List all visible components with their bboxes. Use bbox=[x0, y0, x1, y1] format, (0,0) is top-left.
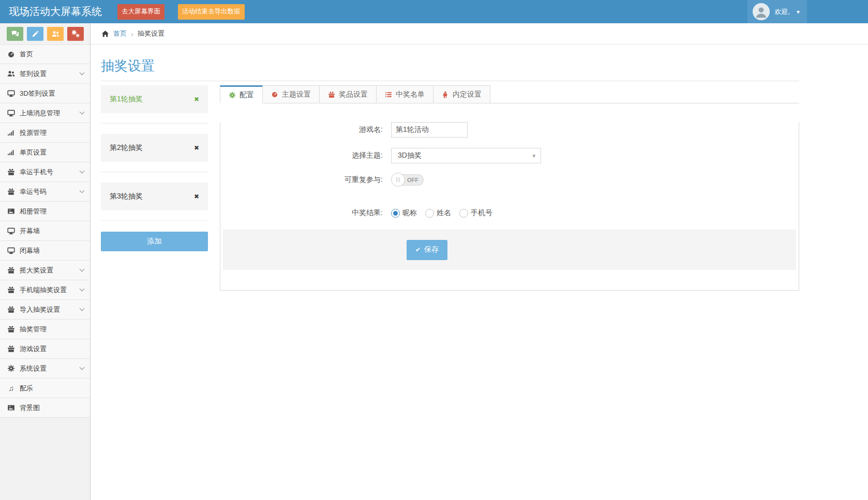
tab-winner-list[interactable]: 中奖名单 bbox=[377, 85, 433, 103]
form-footer: ✔ 保存 bbox=[223, 230, 796, 270]
game-name-input[interactable] bbox=[391, 122, 468, 138]
delete-round-icon[interactable]: ✖ bbox=[194, 96, 199, 103]
sidebar-item-background-image[interactable]: 背景图 bbox=[0, 398, 90, 418]
bar-chart-icon bbox=[7, 148, 15, 156]
gift-icon bbox=[7, 325, 15, 333]
users-icon bbox=[7, 70, 15, 78]
edit-shortcut-button[interactable] bbox=[27, 27, 43, 41]
top-navbar: 现场活动大屏幕系统 去大屏幕界面 活动结束去导出数据 欢迎, ▾ bbox=[0, 0, 868, 23]
gift-icon bbox=[7, 286, 15, 294]
avatar bbox=[753, 3, 770, 20]
goto-big-screen-button[interactable]: 去大屏幕界面 bbox=[117, 4, 164, 20]
sidebar-item-lucky-number[interactable]: 幸运号码 bbox=[0, 182, 90, 202]
sidebar-item-home[interactable]: 首页 bbox=[0, 44, 90, 64]
toggle-knob-icon bbox=[391, 173, 405, 187]
sidebar-item-system-settings[interactable]: 系统设置 bbox=[0, 359, 90, 378]
sidebar-item-wall-message-management[interactable]: 上墙消息管理 bbox=[0, 103, 90, 123]
sidebar-item-album-management[interactable]: 相册管理 bbox=[0, 202, 90, 221]
round-item-3[interactable]: 第3轮抽奖 ✖ bbox=[101, 183, 208, 210]
result-label: 中奖结果: bbox=[220, 208, 391, 218]
tab-label: 配置 bbox=[240, 90, 254, 100]
app-title: 现场活动大屏幕系统 bbox=[9, 5, 109, 19]
result-option-name[interactable]: 姓名 bbox=[425, 208, 451, 218]
sidebar-item-lucky-phone-number[interactable]: 幸运手机号 bbox=[0, 162, 90, 182]
sidebar-item-opening-wall[interactable]: 开幕墙 bbox=[0, 221, 90, 241]
round-item-2[interactable]: 第2轮抽奖 ✖ bbox=[101, 134, 208, 162]
user-menu[interactable]: 欢迎, ▾ bbox=[747, 0, 807, 23]
breadcrumb-home-link[interactable]: 首页 bbox=[113, 29, 127, 38]
add-round-button[interactable]: 添加 bbox=[101, 232, 208, 251]
breadcrumb: 首页 › 抽奖设置 bbox=[91, 23, 868, 44]
radio-icon bbox=[459, 209, 468, 218]
tab-label: 主题设置 bbox=[282, 90, 311, 99]
home-icon bbox=[101, 30, 109, 38]
sidebar-item-label: 配乐 bbox=[20, 384, 33, 393]
delete-round-icon[interactable]: ✖ bbox=[194, 144, 199, 151]
tab-config[interactable]: 配置 bbox=[220, 85, 263, 103]
sidebar-item-label: 背景图 bbox=[20, 403, 40, 413]
sidebar-item-label: 投票管理 bbox=[20, 128, 47, 138]
divider bbox=[101, 220, 208, 221]
sidebar-shortcuts bbox=[0, 23, 90, 44]
check-icon: ✔ bbox=[415, 246, 421, 253]
sidebar-item-label: 首页 bbox=[20, 50, 33, 59]
sidebar-item-label: 导入抽奖设置 bbox=[20, 305, 60, 314]
gift-icon bbox=[7, 345, 15, 353]
sidebar-item-label: 摇大奖设置 bbox=[20, 266, 53, 275]
theme-select[interactable]: 3D抽奖 ▾ bbox=[391, 148, 541, 163]
cogs-icon bbox=[72, 30, 80, 38]
sidebar: 首页 签到设置 3D签到设置 上墙消息管理 投票管理 单页设置 幸运手机号 幸运… bbox=[0, 23, 91, 500]
chevron-down-icon: ▾ bbox=[797, 8, 800, 16]
sidebar-item-label: 开幕墙 bbox=[20, 226, 40, 236]
sidebar-item-single-page-settings[interactable]: 单页设置 bbox=[0, 143, 90, 162]
sidebar-item-shake-prize-settings[interactable]: 摇大奖设置 bbox=[0, 261, 90, 280]
sidebar-item-label: 闭幕墙 bbox=[20, 246, 40, 255]
sidebar-item-3d-signin-settings[interactable]: 3D签到设置 bbox=[0, 84, 90, 103]
sidebar-item-import-lottery-settings[interactable]: 导入抽奖设置 bbox=[0, 300, 90, 320]
tab-label: 内定设置 bbox=[453, 90, 482, 99]
sidebar-item-label: 幸运号码 bbox=[20, 187, 47, 196]
sidebar-item-label: 上墙消息管理 bbox=[20, 109, 60, 118]
desktop-icon bbox=[7, 89, 15, 97]
sidebar-item-label: 单页设置 bbox=[20, 148, 47, 157]
sidebar-item-vote-management[interactable]: 投票管理 bbox=[0, 123, 90, 143]
desktop-icon bbox=[7, 109, 15, 117]
result-option-nickname[interactable]: 昵称 bbox=[391, 208, 417, 218]
sidebar-item-game-settings[interactable]: 游戏设置 bbox=[0, 339, 90, 359]
theme-select-value: 3D抽奖 bbox=[398, 151, 422, 160]
tab-theme-settings[interactable]: 主题设置 bbox=[263, 85, 320, 103]
users-icon bbox=[52, 30, 59, 38]
welcome-text: 欢迎, bbox=[774, 7, 790, 17]
repeat-toggle[interactable]: OFF bbox=[391, 173, 424, 187]
chevron-down-icon bbox=[80, 110, 85, 115]
tab-label: 中奖名单 bbox=[396, 90, 425, 99]
tab-insider-settings[interactable]: 内定设置 bbox=[433, 85, 490, 103]
image-icon bbox=[7, 404, 15, 412]
theme-label: 选择主题: bbox=[220, 151, 391, 160]
comments-shortcut-button[interactable] bbox=[7, 27, 23, 41]
sidebar-item-signin-settings[interactable]: 签到设置 bbox=[0, 64, 90, 84]
export-data-button[interactable]: 活动结束去导出数据 bbox=[178, 4, 245, 20]
desktop-icon bbox=[7, 247, 15, 254]
radio-label: 手机号 bbox=[471, 208, 492, 218]
list-icon bbox=[385, 91, 392, 98]
result-option-phone[interactable]: 手机号 bbox=[459, 208, 492, 218]
sidebar-item-label: 系统设置 bbox=[20, 364, 47, 373]
sidebar-item-mobile-lottery-settings[interactable]: 手机端抽奖设置 bbox=[0, 280, 90, 300]
divider bbox=[101, 172, 208, 172]
round-item-1[interactable]: 第1轮抽奖 ✖ bbox=[101, 85, 208, 113]
sidebar-item-lottery-management[interactable]: 抽奖管理 bbox=[0, 320, 90, 339]
chevron-down-icon bbox=[80, 365, 85, 370]
users-shortcut-button[interactable] bbox=[47, 27, 64, 41]
sidebar-item-music[interactable]: ♫配乐 bbox=[0, 378, 90, 398]
settings-shortcut-button[interactable] bbox=[67, 27, 84, 41]
tab-prize-settings[interactable]: 奖品设置 bbox=[320, 85, 377, 103]
round-label: 第3轮抽奖 bbox=[110, 192, 143, 201]
round-label: 第2轮抽奖 bbox=[110, 143, 143, 153]
chevron-down-icon bbox=[80, 70, 85, 75]
delete-round-icon[interactable]: ✖ bbox=[194, 193, 199, 200]
gear-icon bbox=[229, 92, 236, 99]
sidebar-item-closing-wall[interactable]: 闭幕墙 bbox=[0, 241, 90, 261]
save-button[interactable]: ✔ 保存 bbox=[407, 240, 447, 260]
divider bbox=[101, 123, 208, 124]
